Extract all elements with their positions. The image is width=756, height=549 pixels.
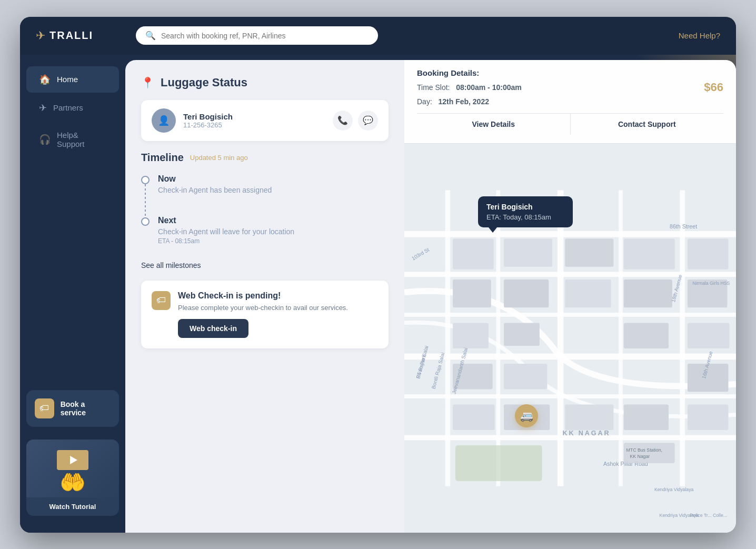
search-icon: 🔍 bbox=[145, 31, 156, 41]
luggage-status-header: 📍 Luggage Status bbox=[141, 76, 389, 89]
book-service-icon: 🏷 bbox=[35, 398, 54, 418]
timeline-item-next: Next Check-in Agent will leave for your … bbox=[141, 216, 389, 261]
map-tooltip: Teri Bogisich ETA: Today, 08:15am bbox=[478, 196, 573, 227]
agent-card: 👤 Teri Bogisich 11-256-3265 📞 💬 bbox=[141, 100, 389, 141]
logo-icon: ✈ bbox=[36, 29, 45, 43]
avatar-icon: 👤 bbox=[158, 115, 170, 126]
svg-text:KK NAGAR: KK NAGAR bbox=[562, 429, 610, 436]
sidebar-item-help[interactable]: 🎧 Help& Support bbox=[26, 123, 119, 156]
web-checkin-button[interactable]: Web check-in bbox=[178, 319, 248, 338]
svg-rect-33 bbox=[688, 404, 729, 430]
svg-rect-27 bbox=[688, 323, 729, 348]
svg-rect-8 bbox=[496, 190, 500, 486]
timeline-content-now: Now Check-in Agent has been assigned bbox=[158, 174, 272, 216]
svg-rect-18 bbox=[504, 323, 540, 346]
timeslot-value: 08:00am - 10:00am bbox=[456, 83, 522, 92]
timeline-dot-now bbox=[141, 176, 150, 184]
need-help-link[interactable]: Need Help? bbox=[679, 31, 720, 40]
timeline-updated: Updated 5 min ago bbox=[190, 154, 248, 162]
timeline-step-now-title: Now bbox=[158, 174, 272, 184]
play-icon bbox=[70, 456, 77, 464]
sidebar-item-home-label: Home bbox=[57, 75, 78, 84]
checkin-content: Web Check-in is pending! Please complete… bbox=[178, 291, 378, 338]
main-content: 🏠 Home ✈ Partners 🎧 Help& Support 🏷 Book… bbox=[20, 55, 736, 533]
svg-rect-34 bbox=[455, 445, 542, 481]
top-bar: ✈ TRALLI 🔍 Need Help? bbox=[20, 17, 736, 55]
contact-support-button[interactable]: Contact Support bbox=[571, 114, 724, 135]
search-bar[interactable]: 🔍 bbox=[136, 26, 378, 45]
call-button[interactable]: 📞 bbox=[333, 111, 353, 131]
svg-rect-14 bbox=[453, 323, 489, 348]
booking-timeslot-label: Time Slot: 08:00am - 10:00am bbox=[417, 83, 522, 92]
home-icon: 🏠 bbox=[39, 74, 51, 85]
sidebar: 🏠 Home ✈ Partners 🎧 Help& Support 🏷 Book… bbox=[20, 55, 125, 533]
booking-row-timeslot: Time Slot: 08:00am - 10:00am $66 bbox=[417, 81, 723, 94]
svg-rect-12 bbox=[453, 238, 494, 269]
timeline-step-next-title: Next bbox=[158, 216, 294, 225]
tutorial-label: Watch Tutorial bbox=[26, 497, 119, 516]
svg-rect-10 bbox=[619, 190, 623, 486]
map-vehicle-marker[interactable]: 🚐 bbox=[515, 404, 538, 427]
location-icon: 📍 bbox=[141, 76, 154, 89]
sidebar-item-partners-label: Partners bbox=[53, 103, 83, 112]
svg-text:86th Street: 86th Street bbox=[670, 223, 697, 229]
watch-tutorial-card[interactable]: 🤲 Watch Tutorial bbox=[26, 440, 119, 516]
help-icon: 🎧 bbox=[39, 134, 51, 145]
timeslot-label-text: Time Slot: bbox=[417, 83, 450, 92]
svg-rect-22 bbox=[624, 238, 675, 269]
right-panel: Booking Details: Time Slot: 08:00am - 10… bbox=[404, 60, 736, 533]
timeline-dot-col-next bbox=[141, 216, 150, 261]
app-wrapper: ✈ TRALLI 🔍 Need Help? 🏠 Home ✈ Partners … bbox=[20, 17, 736, 533]
left-panel: 📍 Luggage Status 👤 Teri Bogisich 11-256-… bbox=[125, 60, 404, 533]
web-checkin-card: 🏷 Web Check-in is pending! Please comple… bbox=[141, 281, 389, 348]
agent-info: Teri Bogisich 11-256-3265 bbox=[183, 112, 325, 129]
content-area: 📍 Luggage Status 👤 Teri Bogisich 11-256-… bbox=[125, 60, 736, 533]
tutorial-screen bbox=[57, 450, 88, 470]
book-service-label: Book a service bbox=[61, 400, 111, 417]
timeline-dot-next bbox=[141, 217, 150, 226]
checkin-desc: Please complete your web-checkin to avai… bbox=[178, 304, 378, 312]
timeline-section: Timeline Updated 5 min ago Now bbox=[141, 152, 389, 270]
timeline-header: Timeline Updated 5 min ago bbox=[141, 152, 389, 164]
timeline-step-next-eta: ETA - 08:15am bbox=[158, 237, 294, 245]
svg-rect-4 bbox=[404, 353, 736, 360]
svg-text:MTC Bus Station,: MTC Bus Station, bbox=[626, 447, 662, 452]
sidebar-spacer bbox=[20, 157, 125, 384]
svg-rect-31 bbox=[565, 404, 613, 430]
view-details-button[interactable]: View Details bbox=[417, 114, 571, 135]
message-button[interactable]: 💬 bbox=[358, 111, 378, 131]
svg-rect-2 bbox=[404, 272, 736, 277]
booking-details-title: Booking Details: bbox=[417, 68, 723, 77]
svg-rect-21 bbox=[565, 280, 611, 307]
book-service-card[interactable]: 🏷 Book a service bbox=[26, 390, 119, 427]
svg-rect-32 bbox=[624, 404, 669, 430]
svg-rect-29 bbox=[453, 404, 494, 430]
day-value: 12th Feb, 2022 bbox=[438, 97, 489, 106]
timeline-content-next: Next Check-in Agent will leave for your … bbox=[158, 216, 294, 261]
svg-rect-16 bbox=[504, 238, 552, 266]
svg-rect-23 bbox=[624, 280, 672, 307]
logo-area: ✈ TRALLI bbox=[36, 29, 136, 43]
svg-text:Kendriya Vidyalaya: Kendriya Vidyalaya bbox=[654, 487, 694, 492]
tooltip-name: Teri Bogisich bbox=[486, 203, 564, 211]
tooltip-eta: ETA: Today, 08:15am bbox=[486, 213, 564, 221]
partners-icon: ✈ bbox=[39, 102, 47, 114]
sidebar-item-home[interactable]: 🏠 Home bbox=[26, 66, 119, 93]
svg-rect-24 bbox=[624, 323, 669, 348]
svg-text:Police Tr... Colle...: Police Tr... Colle... bbox=[690, 512, 727, 517]
agent-actions: 📞 💬 bbox=[333, 111, 378, 131]
svg-rect-11 bbox=[680, 190, 685, 486]
tutorial-image: 🤲 bbox=[26, 440, 119, 497]
svg-rect-17 bbox=[504, 280, 549, 307]
logo-text: TRALLI bbox=[49, 29, 93, 42]
search-input[interactable] bbox=[161, 32, 369, 40]
see-all-milestones-link[interactable]: See all milestones bbox=[141, 261, 201, 269]
svg-rect-1 bbox=[404, 231, 736, 237]
timeline-dot-col-now bbox=[141, 174, 150, 216]
checkin-icon: 🏷 bbox=[152, 291, 171, 310]
map-container: 86th Street 103rd St PT Rajan Salai Bont… bbox=[404, 144, 736, 533]
sidebar-item-partners[interactable]: ✈ Partners bbox=[26, 95, 119, 121]
svg-rect-13 bbox=[453, 280, 491, 307]
sidebar-item-help-label: Help& Support bbox=[57, 131, 106, 148]
svg-rect-19 bbox=[504, 363, 547, 388]
